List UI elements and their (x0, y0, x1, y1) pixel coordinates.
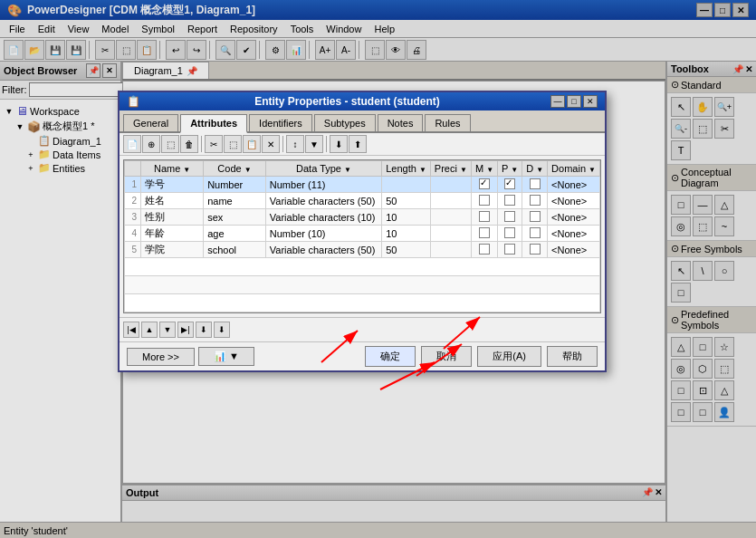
dtb-paste[interactable]: 📋 (243, 135, 261, 153)
row-m-5[interactable] (471, 242, 497, 258)
dialog-maximize[interactable]: □ (567, 95, 581, 108)
row-preci-2[interactable] (430, 193, 471, 209)
row-p-4[interactable] (498, 226, 522, 242)
checkbox-m-1[interactable] (479, 178, 490, 189)
checkbox-d-2[interactable] (530, 195, 541, 206)
row-code-4[interactable]: age (204, 226, 266, 242)
row-datatype-3[interactable]: Variable characters (10) (265, 209, 381, 226)
col-length[interactable]: Length ▼ (382, 161, 431, 177)
row-datatype-5[interactable]: Variable characters (50) (265, 242, 381, 258)
tab-notes[interactable]: Notes (378, 114, 424, 131)
table-row[interactable]: 3 性别 sex Variable characters (10) 10 <No… (125, 209, 600, 226)
row-preci-4[interactable] (430, 226, 471, 242)
dtb-add[interactable]: ⊕ (142, 135, 160, 153)
row-name-5[interactable]: 学院 (141, 242, 204, 258)
checkbox-p-3[interactable] (504, 211, 515, 222)
row-length-4[interactable]: 10 (382, 226, 431, 242)
checkbox-p-4[interactable] (504, 227, 515, 238)
row-length-2[interactable]: 50 (382, 193, 431, 209)
row-domain-5[interactable]: <None> (548, 242, 600, 258)
row-name-4[interactable]: 年龄 (141, 226, 204, 242)
apply-button[interactable]: 应用(A) (477, 346, 541, 367)
row-m-2[interactable] (471, 193, 497, 209)
scroll-next[interactable]: ▼ (159, 322, 176, 338)
dtb-copy[interactable]: ⬚ (224, 135, 242, 153)
tab-subtypes[interactable]: Subtypes (314, 114, 376, 131)
more-button[interactable]: More >> (127, 348, 195, 366)
table-row[interactable]: 4 年龄 age Number (10) 10 <None> (125, 226, 600, 242)
tab-general[interactable]: General (123, 114, 178, 131)
row-name-3[interactable]: 性别 (141, 209, 204, 226)
confirm-button[interactable]: 确定 (365, 346, 416, 367)
row-datatype-2[interactable]: Variable characters (50) (265, 193, 381, 209)
row-domain-4[interactable]: <None> (548, 226, 600, 242)
row-datatype-1[interactable]: Number (11) (265, 177, 381, 193)
row-code-3[interactable]: sex (204, 209, 266, 226)
table-row[interactable]: 5 学院 school Variable characters (50) 50 … (125, 242, 600, 258)
tab-rules[interactable]: Rules (425, 114, 470, 131)
checkbox-p-5[interactable] (504, 244, 515, 255)
scroll-first[interactable]: |◀ (123, 322, 139, 338)
export-button[interactable]: 📊 ▼ (198, 347, 254, 366)
dtb-del2[interactable]: ✕ (262, 135, 280, 153)
row-m-3[interactable] (471, 209, 497, 226)
row-length-1[interactable] (382, 177, 431, 193)
checkbox-m-2[interactable] (479, 195, 490, 206)
row-p-3[interactable] (498, 209, 522, 226)
cancel-button[interactable]: 取消 (421, 346, 472, 367)
row-d-1[interactable] (522, 177, 548, 193)
row-m-4[interactable] (471, 226, 497, 242)
tab-attributes[interactable]: Attributes (180, 114, 247, 133)
dialog-minimize[interactable]: — (550, 95, 565, 108)
row-domain-1[interactable]: <None> (548, 177, 600, 193)
table-row[interactable]: 2 姓名 name Variable characters (50) 50 <N… (125, 193, 600, 209)
row-code-1[interactable]: Number (204, 177, 266, 193)
row-p-5[interactable] (498, 242, 522, 258)
row-length-5[interactable]: 50 (382, 242, 431, 258)
row-name-1[interactable]: 学号 (141, 177, 204, 193)
row-m-1[interactable] (471, 177, 497, 193)
scroll-down2[interactable]: ⬇ (196, 322, 212, 338)
col-name[interactable]: Name ▼ (141, 161, 204, 177)
dtb-new[interactable]: 📄 (123, 135, 141, 153)
row-d-5[interactable] (522, 242, 548, 258)
checkbox-d-4[interactable] (530, 227, 541, 238)
attributes-table-container[interactable]: Name ▼ Code ▼ Data Type ▼ Length ▼ Preci… (123, 159, 601, 313)
checkbox-d-5[interactable] (530, 244, 541, 255)
scroll-last[interactable]: ▶| (177, 322, 194, 338)
dtb-import[interactable]: ⬇ (330, 135, 348, 153)
row-code-2[interactable]: name (204, 193, 266, 209)
row-name-2[interactable]: 姓名 (141, 193, 204, 209)
dtb-sort[interactable]: ↕ (286, 135, 304, 153)
row-preci-3[interactable] (430, 209, 471, 226)
checkbox-m-3[interactable] (479, 211, 490, 222)
dtb-cut[interactable]: ✂ (205, 135, 223, 153)
checkbox-p-2[interactable] (504, 195, 515, 206)
dtb-export[interactable]: ⬆ (349, 135, 367, 153)
row-d-3[interactable] (522, 209, 548, 226)
row-p-1[interactable] (498, 177, 522, 193)
help-button[interactable]: 帮助 (547, 346, 598, 367)
scroll-down3[interactable]: ⬇ (214, 322, 230, 338)
col-d[interactable]: D ▼ (522, 161, 548, 177)
row-preci-1[interactable] (430, 177, 471, 193)
checkbox-m-4[interactable] (479, 227, 490, 238)
row-length-3[interactable]: 10 (382, 209, 431, 226)
checkbox-d-1[interactable] (530, 178, 541, 189)
dtb-del[interactable]: 🗑 (180, 135, 198, 153)
col-m[interactable]: M ▼ (471, 161, 497, 177)
col-domain[interactable]: Domain ▼ (548, 161, 600, 177)
tab-identifiers[interactable]: Identifiers (249, 114, 312, 131)
col-code[interactable]: Code ▼ (204, 161, 266, 177)
col-preci[interactable]: Preci ▼ (430, 161, 471, 177)
row-domain-3[interactable]: <None> (548, 209, 600, 226)
row-domain-2[interactable]: <None> (548, 193, 600, 209)
row-datatype-4[interactable]: Number (10) (265, 226, 381, 242)
scroll-prev[interactable]: ▲ (141, 322, 158, 338)
col-p[interactable]: P ▼ (498, 161, 522, 177)
row-p-2[interactable] (498, 193, 522, 209)
dtb-dup[interactable]: ⬚ (161, 135, 179, 153)
checkbox-p-1[interactable] (504, 178, 515, 189)
dtb-filter[interactable]: ▼ (305, 135, 323, 153)
row-code-5[interactable]: school (204, 242, 266, 258)
